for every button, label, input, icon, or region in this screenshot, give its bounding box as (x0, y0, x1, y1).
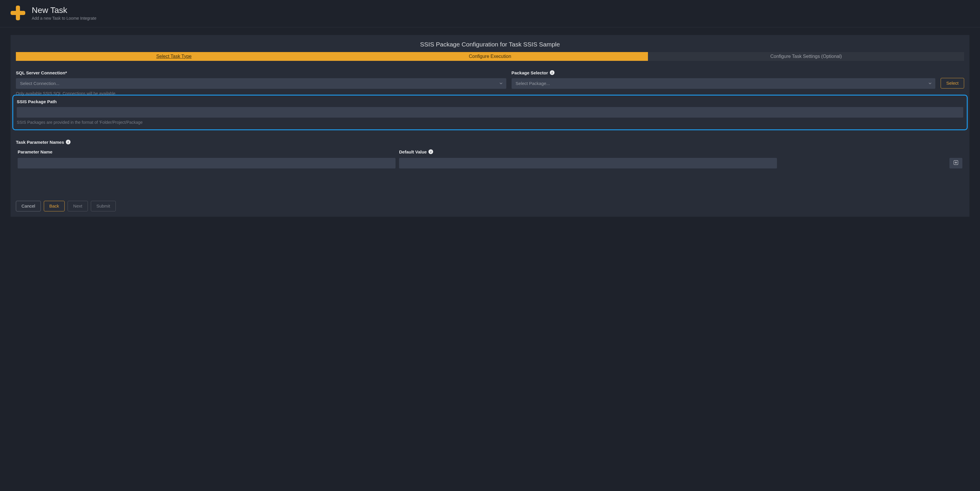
sql-connection-label: SQL Server Connection* (16, 70, 506, 75)
button-label: Cancel (21, 204, 35, 209)
next-button[interactable]: Next (68, 201, 88, 211)
button-label: Back (49, 204, 59, 209)
page-header: New Task Add a new Task to Loome Integra… (0, 0, 980, 27)
sql-connection-select[interactable]: Select Connection... (16, 78, 506, 89)
button-label: Next (73, 204, 82, 209)
ssis-package-path-label: SSIS Package Path (17, 99, 963, 104)
ssis-package-path-highlight: SSIS Package Path SSIS Packages are prov… (12, 95, 968, 130)
step-tabs: Select Task Type Configure Execution Con… (16, 52, 964, 61)
button-label: Select (946, 81, 959, 86)
config-panel: SSIS Package Configuration for Task SSIS… (11, 35, 969, 217)
select-placeholder: Select Package... (516, 81, 550, 86)
ssis-package-path-helper: SSIS Packages are provided in the format… (17, 120, 963, 125)
label-text: Package Selector (512, 70, 548, 75)
add-parameter-button[interactable] (950, 158, 963, 169)
label-text: Default Value (399, 149, 427, 155)
parameter-default-input[interactable] (399, 158, 777, 169)
package-selector-label: Package Selector i (512, 70, 935, 75)
tab-select-task-type[interactable]: Select Task Type (16, 52, 332, 61)
tab-configure-task-settings[interactable]: Configure Task Settings (Optional) (648, 52, 964, 61)
chevron-down-icon (499, 81, 503, 86)
cancel-button[interactable]: Cancel (16, 201, 41, 211)
info-icon[interactable]: i (66, 140, 70, 144)
header-divider (0, 27, 980, 27)
select-placeholder: Select Connection... (20, 81, 59, 86)
tab-label: Configure Task Settings (Optional) (770, 54, 842, 59)
tab-configure-execution[interactable]: Configure Execution (332, 52, 648, 61)
button-label: Submit (96, 204, 110, 209)
tab-label: Select Task Type (156, 54, 192, 59)
parameter-row (16, 158, 964, 169)
tab-label: Configure Execution (469, 54, 511, 59)
page-title: New Task (32, 5, 96, 15)
ssis-package-path-input[interactable] (17, 107, 963, 118)
column-parameter-name: Parameter Name (18, 149, 396, 155)
page-subtitle: Add a new Task to Loome Integrate (32, 16, 96, 21)
panel-title: SSIS Package Configuration for Task SSIS… (11, 35, 969, 52)
parameter-table: Parameter Name Default Value i (16, 149, 964, 169)
label-text: Task Parameter Names (16, 140, 64, 145)
parameter-name-input[interactable] (18, 158, 396, 169)
task-parameter-names-label: Task Parameter Names i (16, 140, 964, 145)
info-icon[interactable]: i (428, 149, 433, 154)
package-select[interactable]: Select Package... (512, 78, 935, 89)
back-button[interactable]: Back (44, 201, 65, 211)
chevron-down-icon (928, 81, 932, 86)
svg-rect-1 (11, 11, 25, 15)
info-icon[interactable]: i (550, 70, 555, 75)
column-default-value: Default Value i (399, 149, 777, 155)
footer-buttons: Cancel Back Next Submit (11, 201, 969, 211)
plus-icon (953, 160, 958, 166)
submit-button[interactable]: Submit (91, 201, 116, 211)
select-button[interactable]: Select (940, 78, 964, 89)
plus-icon (11, 6, 25, 20)
